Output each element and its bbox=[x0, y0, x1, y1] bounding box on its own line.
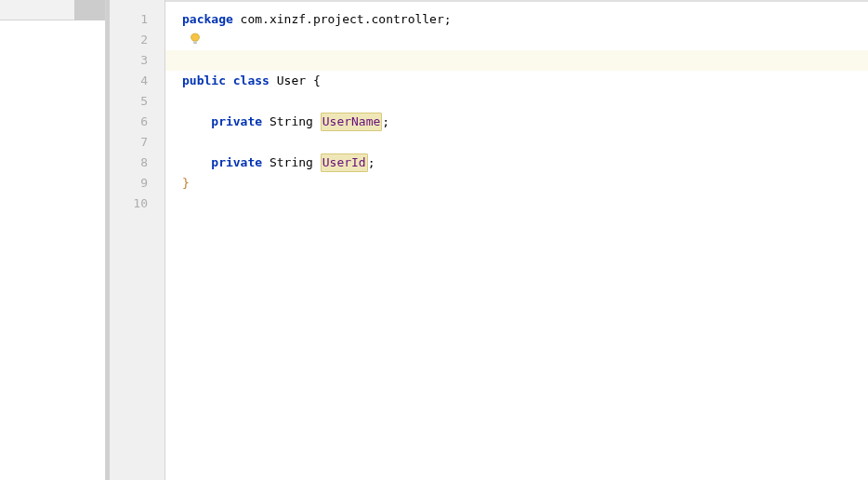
line-number-gutter[interactable]: 1 2 3 4 5 6 7 8 9 10 bbox=[110, 0, 165, 480]
sidebar-toolbar bbox=[0, 0, 105, 20]
field-userid-highlight[interactable]: UserId bbox=[321, 153, 368, 172]
editor-top-border bbox=[165, 0, 868, 2]
line-number[interactable]: 1 bbox=[110, 9, 164, 30]
editor-zone: 1 2 3 4 5 6 7 8 9 10 package com.xinzf.p… bbox=[106, 0, 868, 480]
svg-rect-0 bbox=[193, 42, 197, 43]
code-line[interactable]: package com.xinzf.project.controller; bbox=[182, 9, 868, 30]
line-number[interactable]: 8 bbox=[110, 153, 164, 173]
brace-open: { bbox=[306, 73, 321, 87]
line-number[interactable]: 4 bbox=[110, 71, 164, 91]
svg-rect-1 bbox=[193, 43, 196, 44]
code-line[interactable]: private String UserName; bbox=[182, 112, 868, 132]
line-number[interactable]: 3 bbox=[110, 50, 164, 71]
project-sidebar[interactable]: n otation io va bbox=[0, 0, 106, 480]
keyword-public: public bbox=[182, 73, 226, 87]
code-editor[interactable]: package com.xinzf.project.controller; pu… bbox=[165, 0, 868, 480]
code-line[interactable] bbox=[182, 132, 868, 153]
keyword-package: package bbox=[182, 12, 233, 26]
brace-close: } bbox=[182, 176, 190, 190]
keyword-private: private bbox=[211, 155, 262, 169]
code-line[interactable] bbox=[182, 193, 868, 214]
sidebar-toolbar-active-segment[interactable] bbox=[74, 0, 106, 20]
line-number[interactable]: 6 bbox=[110, 112, 164, 132]
code-line[interactable]: public class User { bbox=[182, 71, 868, 91]
keyword-private: private bbox=[211, 114, 262, 128]
line-number[interactable]: 7 bbox=[110, 132, 164, 153]
semicolon: ; bbox=[368, 155, 375, 169]
type-string: String bbox=[262, 114, 321, 128]
code-line-current[interactable] bbox=[165, 50, 868, 71]
type-string: String bbox=[262, 155, 321, 169]
code-line[interactable]: private String UserId; bbox=[182, 153, 868, 173]
semicolon: ; bbox=[382, 114, 389, 128]
code-line[interactable] bbox=[182, 91, 868, 112]
line-number[interactable]: 5 bbox=[110, 91, 164, 112]
line-number[interactable]: 2 bbox=[110, 30, 164, 50]
keyword-class: class bbox=[233, 73, 270, 87]
line-number[interactable]: 9 bbox=[110, 173, 164, 193]
lightbulb-icon[interactable] bbox=[190, 33, 201, 46]
class-name: User bbox=[277, 73, 306, 87]
package-path: com.xinzf.project.controller; bbox=[233, 12, 452, 26]
line-number[interactable]: 10 bbox=[110, 193, 164, 214]
ide-root: n otation io va 1 2 3 4 5 6 7 8 9 10 pac… bbox=[0, 0, 868, 480]
field-username-highlight[interactable]: UserName bbox=[321, 113, 383, 131]
code-line[interactable]: } bbox=[182, 173, 868, 193]
code-line[interactable] bbox=[182, 30, 868, 50]
